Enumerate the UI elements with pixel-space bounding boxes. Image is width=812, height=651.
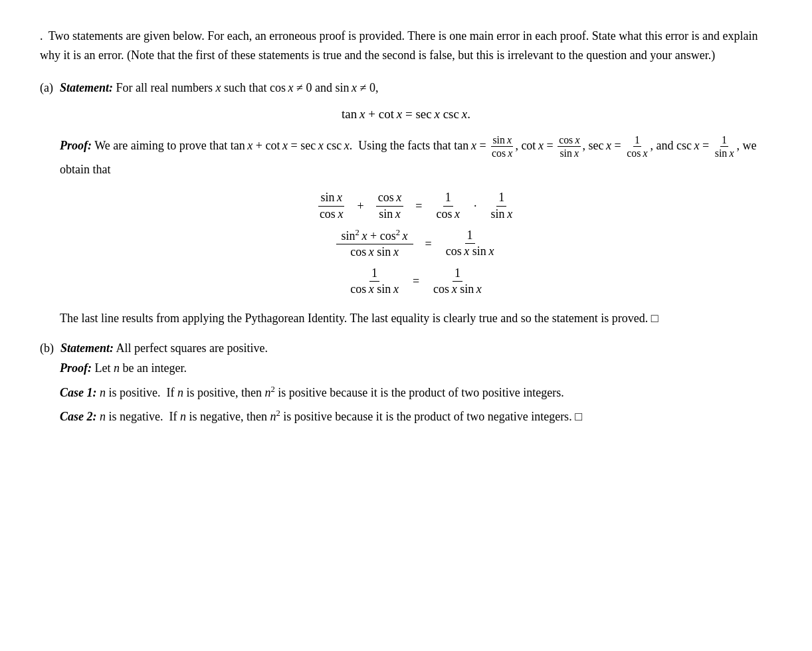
eq-op-2: = <box>425 233 432 254</box>
frac-cosx-sinx: cos x sin x <box>375 190 405 222</box>
frac-1-cosxsinx-1: 1 cos x sin x <box>443 228 498 260</box>
math-display-a: sin x cos x + cos x sin x = <box>60 190 772 297</box>
secx-frac: 1 cos x <box>625 134 649 159</box>
problem-intro: . Two statements are given below. For ea… <box>40 27 772 65</box>
proof-block-b: Proof: Let n be an integer. Case 1: n is… <box>60 358 772 427</box>
proof-a-label: Proof: <box>60 138 92 151</box>
tanx-frac: sin x cos x <box>490 134 514 159</box>
plus-op-1: + <box>357 195 363 217</box>
intro-text: Two statements are given below. For each… <box>40 29 758 62</box>
math-row-1: sin x cos x + cos x sin x = <box>316 190 516 222</box>
eq-op-1: = <box>415 195 422 217</box>
math-row-3: 1 cos x sin x = 1 cos x sin x <box>347 266 485 298</box>
part-b-label: (b) <box>40 341 54 355</box>
center-equation-a: tan x + cot x = sec x csc x. <box>40 107 772 122</box>
bullet: . <box>40 27 43 46</box>
part-a-label: (a) <box>40 81 53 95</box>
cotx-frac: cos x sin x <box>558 134 581 159</box>
main-content: . Two statements are given below. For ea… <box>27 20 785 447</box>
part-a-statement-line: Statement: For all real numbers x such t… <box>60 81 378 95</box>
case2-label: Case 2: <box>60 410 97 423</box>
part-a: (a) Statement: For all real numbers x su… <box>40 81 772 329</box>
proof-b-intro: Proof: Let n be an integer. <box>60 358 772 379</box>
frac-sin2-cos2: sin2 x + cos2 x cos x sin x <box>335 227 415 260</box>
frac-sinx-cosx: sin x cos x <box>316 190 347 222</box>
statement-a-label: Statement: <box>60 81 113 94</box>
statement-b-text: All perfect squares are positive. <box>116 341 268 355</box>
part-b-statement-line: Statement: All perfect squares are posit… <box>60 341 268 355</box>
proof-intro-text: Proof: We are aiming to prove that tan x… <box>60 134 772 180</box>
cscx-frac: 1 sin x <box>714 134 736 159</box>
statement-b-label: Statement: <box>60 341 114 355</box>
statement-a-text: For all real numbers x such that cos x ≠… <box>116 81 378 94</box>
frac-1-cosxsinx-3: 1 cos x sin x <box>430 266 485 298</box>
frac-1-cosxsinx-2: 1 cos x sin x <box>347 266 402 298</box>
math-row-2: sin2 x + cos2 x cos x sin x = 1 cos x si… <box>335 227 498 260</box>
part-a-header: (a) Statement: For all real numbers x su… <box>40 81 772 95</box>
part-b: (b) Statement: All perfect squares are p… <box>40 341 772 427</box>
proof-b-label: Proof: <box>60 361 92 375</box>
dot-op-1: · <box>474 195 477 217</box>
part-b-header: (b) Statement: All perfect squares are p… <box>40 341 772 355</box>
eq-op-3: = <box>413 270 419 292</box>
proof-block-a: Proof: We are aiming to prove that tan x… <box>60 134 772 329</box>
last-line-text: The last line results from applying the … <box>60 308 772 329</box>
frac-1-sinx: 1 sin x <box>488 190 516 222</box>
case2-text: Case 2: n is negative. If n is negative,… <box>60 407 772 427</box>
frac-1-cosx: 1 cos x <box>433 190 463 222</box>
case1-text: Case 1: n is positive. If n is positive,… <box>60 383 772 403</box>
case1-label: Case 1: <box>60 386 97 399</box>
